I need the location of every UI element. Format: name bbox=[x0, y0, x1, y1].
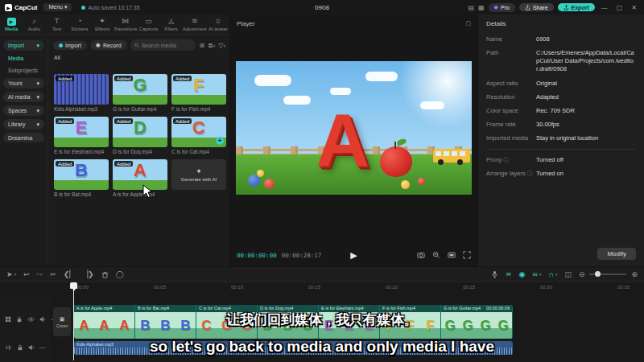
tab-text[interactable]: TText bbox=[45, 14, 68, 34]
zoom-out-icon[interactable]: ⊖ bbox=[579, 270, 585, 278]
media-item-a[interactable]: AAdded A is for Apple.mp4 bbox=[113, 159, 167, 197]
playhead-handle[interactable] bbox=[70, 282, 77, 289]
ratio-icon[interactable] bbox=[448, 251, 456, 259]
cloud bbox=[365, 72, 398, 81]
detail-row-imported-media: Imported mediaStay in original location bbox=[486, 134, 636, 142]
view-grid-icon[interactable]: ⊞ bbox=[199, 42, 204, 49]
trim-right-icon[interactable]: ▕❯ bbox=[82, 270, 93, 278]
media-content: Import ◉Record ⊞ ≣▾ ▽▾ All Added Kids Al… bbox=[49, 35, 229, 266]
detail-row-color-space: Color spaceRec. 709 SDR bbox=[486, 107, 636, 115]
pro-button[interactable]: ◆Pro bbox=[489, 3, 515, 12]
added-badge: Added bbox=[173, 118, 192, 124]
tab-captions[interactable]: ▭Captions bbox=[137, 14, 159, 34]
search-icon bbox=[134, 43, 139, 48]
tab-audio[interactable]: ♪Audio bbox=[23, 14, 45, 34]
trim-left-icon[interactable]: ❮▏ bbox=[64, 270, 75, 278]
tab-ai-avatar[interactable]: ☺AI avatar bbox=[207, 14, 229, 34]
export-button[interactable]: Export bbox=[558, 3, 595, 11]
video-preview[interactable]: A bbox=[236, 61, 472, 195]
main-track-magnet-icon[interactable]: ◉ bbox=[519, 270, 526, 278]
media-item-e[interactable]: EAdded E is for Elephant.mp4 bbox=[54, 117, 109, 154]
detail-row-name: Name0908 bbox=[486, 35, 636, 43]
detail-row-arrange-layers: Arrange layersⓘTurned on bbox=[486, 170, 636, 178]
share-button[interactable]: Share bbox=[519, 3, 554, 11]
filter-icon[interactable]: ▽▾ bbox=[218, 42, 225, 49]
voiceover-mic-icon[interactable] bbox=[491, 270, 498, 278]
media-item-f[interactable]: FAdded F is for Fish.mp4 bbox=[171, 74, 226, 112]
tab-stickers[interactable]: ◔Stickers bbox=[68, 14, 91, 34]
transitions-tab-icon: ⋈ bbox=[122, 18, 129, 26]
sidebar-item-import[interactable]: Import▾ bbox=[3, 40, 44, 51]
detail-row-resolution: ResolutionAdapted bbox=[486, 93, 636, 101]
auto-ripple-icon[interactable]: ∩▾ bbox=[548, 270, 557, 278]
close-button[interactable]: ✕ bbox=[629, 4, 639, 11]
ruler-tick: 00:35 bbox=[617, 285, 630, 290]
maximize-button[interactable]: ▢ bbox=[614, 4, 625, 11]
sidebar-item-media[interactable]: Media bbox=[3, 54, 44, 63]
linking-toggle-icon[interactable]: ∞▾ bbox=[532, 270, 541, 278]
sidebar-item-dreamina[interactable]: Dreamina bbox=[3, 133, 44, 142]
timeline-zoom-slider[interactable] bbox=[589, 274, 626, 275]
snap-toggle-icon[interactable]: ≍ bbox=[506, 270, 512, 278]
record-button[interactable]: ◉Record bbox=[90, 40, 127, 50]
add-to-timeline-icon[interactable]: + bbox=[216, 137, 224, 145]
search-box[interactable] bbox=[130, 39, 196, 51]
divider bbox=[486, 149, 636, 150]
ball-red bbox=[418, 178, 425, 185]
tab-filters[interactable]: ◬Filters bbox=[160, 14, 183, 34]
snapshot-icon[interactable] bbox=[417, 251, 425, 259]
subtitle-chinese: 让我们回到媒体，我只有媒体。 bbox=[0, 311, 644, 329]
mask-icon[interactable]: ◯ bbox=[116, 270, 124, 278]
zoom-in-icon[interactable]: ⊕ bbox=[631, 270, 638, 278]
generate-with-ai-card[interactable]: ✦Generate with AI bbox=[171, 159, 226, 197]
undo-icon[interactable]: ↩ bbox=[23, 270, 30, 278]
layout-single-icon[interactable]: ▤ bbox=[468, 4, 474, 11]
timeline: ➤▾ ↩ ↪ ✂ ❮▏ ▕❯ ◯ ≍ ◉ ∞▾ ∩▾ ◫ ⊖ ⊕ 00:00 0… bbox=[0, 267, 644, 362]
fullscreen-icon[interactable] bbox=[463, 251, 471, 259]
minimize-button[interactable]: — bbox=[599, 4, 610, 11]
media-item-audio[interactable]: Added Kids Alphabet.mp3 bbox=[54, 74, 109, 112]
capcut-logo-icon: ▶ bbox=[5, 4, 12, 11]
tab-transitions[interactable]: ⋈Transitions bbox=[114, 14, 137, 34]
pointer-tool-icon[interactable]: ➤▾ bbox=[6, 270, 16, 278]
section-label-all[interactable]: All bbox=[49, 53, 229, 62]
media-item-c[interactable]: CAdded+ C is for Cat.mp4 bbox=[171, 117, 226, 154]
zoom-slider-handle[interactable] bbox=[595, 271, 601, 277]
tab-adjustment[interactable]: ≋Adjustment bbox=[183, 14, 207, 34]
record-icon: ◉ bbox=[96, 42, 101, 48]
split-icon[interactable]: ✂ bbox=[50, 270, 56, 278]
sidebar-item-yours[interactable]: Yours▾ bbox=[3, 78, 44, 88]
sidebar-item-spaces[interactable]: Spaces▾ bbox=[3, 105, 44, 116]
sidebar-item-library[interactable]: Library▾ bbox=[3, 119, 44, 130]
search-input[interactable] bbox=[142, 43, 192, 48]
ruler-tick: 00:15 bbox=[308, 285, 320, 290]
tab-media[interactable]: ▶ Media bbox=[0, 14, 23, 34]
media-item-b[interactable]: BAdded B is for Bat.mp4 bbox=[54, 159, 109, 197]
sidebar-item-subprojects[interactable]: Subprojects bbox=[3, 66, 44, 75]
export-icon bbox=[564, 5, 569, 10]
delete-icon[interactable] bbox=[101, 271, 109, 278]
ruler-tick: 00:10 bbox=[231, 285, 243, 290]
sidebar-item-ai-media[interactable]: AI media▾ bbox=[3, 92, 44, 102]
media-item-d[interactable]: DAdded D is for Dog.mp4 bbox=[113, 117, 167, 154]
media-grid: Added Kids Alphabet.mp3 GAdded G is for … bbox=[54, 74, 226, 197]
timeline-toolbar: ➤▾ ↩ ↪ ✂ ❮▏ ▕❯ ◯ ≍ ◉ ∞▾ ∩▾ ◫ ⊖ ⊕ bbox=[0, 267, 644, 282]
player-collapse-icon[interactable]: ▢ bbox=[465, 20, 471, 27]
tab-effects[interactable]: ✦Effects bbox=[91, 14, 114, 34]
preview-axis-icon[interactable]: ◫ bbox=[564, 270, 572, 278]
timeline-ruler[interactable]: 00:00 00:05 00:10 00:15 00:20 00:25 00:3… bbox=[0, 282, 644, 296]
modify-button[interactable]: Modify bbox=[597, 248, 636, 260]
layout-grid-icon[interactable]: ▦ bbox=[478, 4, 485, 11]
sort-icon[interactable]: ≣▾ bbox=[208, 42, 215, 49]
play-button[interactable]: ▶ bbox=[350, 250, 357, 261]
details-panel: Details Name0908 PathC:/Users/Emenes/App… bbox=[478, 14, 644, 266]
menu-button[interactable]: Menu ▾ bbox=[43, 3, 72, 11]
player-controls: 00:00:00:00 00:00:28:17 ▶ bbox=[230, 247, 477, 263]
preview-quality-icon[interactable] bbox=[432, 251, 440, 259]
redo-icon[interactable]: ↪ bbox=[37, 270, 43, 278]
adjustment-tab-icon: ≋ bbox=[192, 18, 198, 26]
detail-row-aspect-ratio: Aspect ratioOriginal bbox=[486, 80, 636, 88]
media-item-g[interactable]: GAdded G is for Guitar.mp4 bbox=[113, 74, 167, 112]
import-button[interactable]: Import bbox=[53, 41, 87, 50]
subtitle-english: so let's go back to media and only media… bbox=[0, 338, 644, 356]
